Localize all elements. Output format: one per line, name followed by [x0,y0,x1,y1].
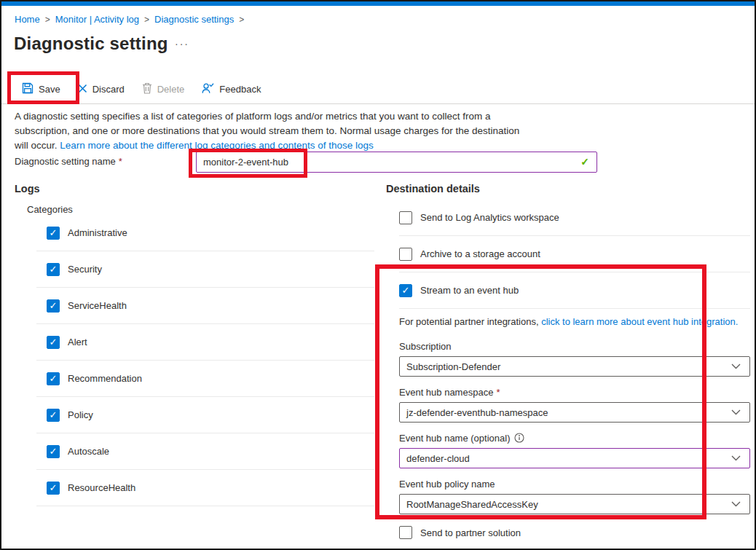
more-options-icon[interactable]: ··· [175,38,189,50]
chevron-down-icon [731,501,741,507]
event-hub-name-label: Event hub name (optional) [399,432,750,444]
page-title: Diagnostic setting [14,34,168,54]
chevron-down-icon [731,364,741,369]
option-row-storage-account: ✓ Archive to a storage account [399,236,750,272]
breadcrumb: Home > Monitor | Activity log > Diagnost… [15,14,244,25]
delete-button[interactable]: Delete [133,76,194,102]
check-icon: ✓ [50,228,58,237]
breadcrumb-monitor-activity-log[interactable]: Monitor | Activity log [55,14,139,25]
checkbox-event-hub[interactable]: ✓ [399,284,412,297]
dropdown-value: jz-defender-eventhub-namespace [406,407,548,418]
breadcrumb-separator: > [45,15,50,25]
diagnostic-setting-name-field: ✓ [196,152,597,173]
event-hub-policy-dropdown[interactable]: RootManageSharedAccessKey [399,494,750,514]
category-row-policy: ✓ Policy [36,397,374,433]
category-label: Administrative [68,227,127,238]
category-label: ResourceHealth [68,482,135,493]
required-marker: * [119,156,122,167]
check-icon: ✓ [50,301,58,310]
option-row-event-hub: ✓ Stream to an event hub [399,272,750,309]
feedback-label: Feedback [219,84,261,95]
categories-list: ✓ Administrative ✓ Security ✓ ServiceHea… [36,215,374,506]
diagnostic-setting-name-label: Diagnostic setting name* [15,156,122,167]
breadcrumb-diagnostic-settings[interactable]: Diagnostic settings [154,14,234,25]
event-hub-name-field-group: Event hub name (optional) defender-cloud [399,432,750,468]
checkbox-storage-account[interactable]: ✓ [399,248,412,261]
page-description: A diagnostic setting specifies a list of… [15,109,529,153]
valid-check-icon: ✓ [580,156,589,168]
logs-heading: Logs [15,183,40,195]
checkbox-autoscale[interactable]: ✓ [47,445,60,458]
dropdown-value: RootManageSharedAccessKey [406,499,538,510]
check-icon: ✓ [402,286,410,295]
discard-button[interactable]: Discard [69,78,133,101]
label-text: Event hub policy name [399,479,495,490]
breadcrumb-home[interactable]: Home [15,14,40,25]
event-hub-integration-link[interactable]: click to learn more about event hub inte… [541,316,738,327]
trash-icon [142,82,152,96]
category-label: Security [68,264,102,275]
category-label: Policy [68,409,93,420]
toolbar-divider [1,103,755,104]
check-icon: ✓ [50,374,58,383]
category-row-security: ✓ Security [36,251,374,288]
checkbox-administrative[interactable]: ✓ [47,227,60,240]
event-hub-namespace-label: Event hub namespace* [399,386,750,398]
event-hub-fields: Subscription Subscription-Defender Event… [399,340,750,524]
label-text: Event hub namespace [399,387,493,398]
label-text: Event hub name (optional) [399,433,510,444]
checkbox-resourcehealth[interactable]: ✓ [47,482,60,495]
info-icon[interactable] [514,433,524,443]
label-text: Subscription [399,341,452,352]
check-icon: ✓ [50,410,58,420]
checkbox-policy[interactable]: ✓ [47,409,60,422]
event-hub-policy-label: Event hub policy name [399,478,750,490]
feedback-person-icon [202,82,214,96]
learn-more-link[interactable]: Learn more about the different log categ… [60,140,374,151]
top-accent-bar [1,1,755,6]
category-row-servicehealth: ✓ ServiceHealth [36,288,374,324]
name-label-text: Diagnostic setting name [15,156,116,167]
feedback-button[interactable]: Feedback [193,76,269,102]
discard-label: Discard [92,84,125,95]
category-row-autoscale: ✓ Autoscale [36,433,374,470]
dropdown-value: Subscription-Defender [406,361,500,372]
category-row-administrative: ✓ Administrative [36,215,374,251]
destination-options: ✓ Send to Log Analytics workspace ✓ Arch… [399,200,750,309]
category-row-resourcehealth: ✓ ResourceHealth [36,470,374,506]
category-label: ServiceHealth [68,300,127,311]
checkbox-security[interactable]: ✓ [47,263,60,276]
checkbox-alert[interactable]: ✓ [47,336,60,349]
dropdown-value: defender-cloud [406,453,470,464]
discard-x-icon [78,84,87,95]
category-label: Alert [68,337,87,347]
save-icon [22,82,34,96]
checkbox-partner-solution[interactable]: ✓ [399,526,412,539]
subscription-dropdown[interactable]: Subscription-Defender [399,356,750,377]
check-icon: ✓ [50,483,58,492]
delete-label: Delete [157,84,185,95]
event-hub-namespace-field-group: Event hub namespace* jz-defender-eventhu… [399,386,750,423]
azure-portal-window: Home > Monitor | Activity log > Diagnost… [0,0,756,550]
option-row-partner-solution: ✓ Send to partner solution [399,526,521,539]
option-label: Send to partner solution [420,527,521,538]
checkbox-recommendation[interactable]: ✓ [47,372,60,385]
event-hub-policy-field-group: Event hub policy name RootManageSharedAc… [399,478,750,514]
command-bar: Save Discard Delete [13,76,269,102]
checkbox-log-analytics[interactable]: ✓ [399,211,412,224]
subscription-field-group: Subscription Subscription-Defender [399,340,750,377]
destination-details-heading: Destination details [386,183,480,195]
event-hub-namespace-dropdown[interactable]: jz-defender-eventhub-namespace [399,402,750,423]
save-button[interactable]: Save [13,76,69,102]
partner-integration-note: For potential partner integrations, clic… [399,316,750,327]
partner-note-text: For potential partner integrations, [399,316,539,327]
event-hub-name-dropdown[interactable]: defender-cloud [399,448,750,468]
diagnostic-setting-name-input[interactable] [196,152,597,173]
checkbox-servicehealth[interactable]: ✓ [47,299,60,313]
required-marker: * [496,387,500,398]
option-row-log-analytics: ✓ Send to Log Analytics workspace [399,200,750,236]
subscription-label: Subscription [399,340,750,352]
breadcrumb-separator: > [239,15,244,25]
category-label: Recommendation [68,373,142,384]
chevron-down-icon [731,455,741,461]
